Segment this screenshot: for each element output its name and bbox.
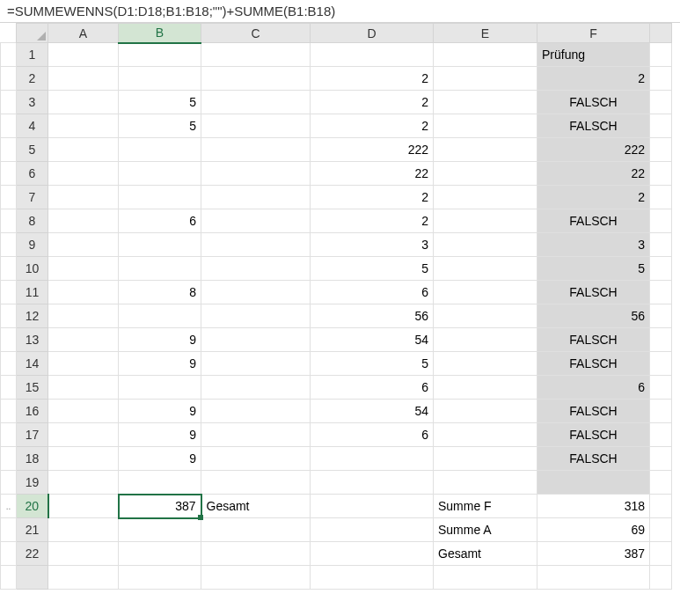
row-header-3[interactable]: 3 (17, 91, 48, 114)
cell-e16[interactable] (434, 400, 537, 423)
column-header-e[interactable]: E (434, 24, 537, 43)
cell-d9[interactable]: 3 (311, 233, 434, 257)
cell-c9[interactable] (201, 233, 311, 257)
cell-b5[interactable] (119, 138, 201, 162)
cell-extra-12[interactable] (650, 304, 672, 328)
cell-b17[interactable]: 9 (119, 423, 201, 447)
cell-b14[interactable]: 9 (119, 352, 201, 376)
column-header-c[interactable]: C (201, 24, 311, 43)
cell-c20[interactable]: Gesamt (201, 495, 311, 518)
cell-extra-22[interactable] (650, 542, 672, 566)
row-header-7[interactable]: 7 (17, 186, 48, 209)
cell-e5[interactable] (434, 138, 537, 162)
cell-f3[interactable]: FALSCH (537, 91, 650, 114)
cell-f23[interactable] (537, 566, 650, 590)
cell-f17[interactable]: FALSCH (537, 423, 650, 447)
cell-a1[interactable] (48, 43, 119, 67)
row-header-18[interactable]: 18 (17, 447, 48, 471)
cell-extra-23[interactable] (650, 566, 672, 590)
cell-e19[interactable] (434, 471, 537, 495)
cell-b1[interactable] (119, 43, 201, 67)
column-header-f[interactable]: F (537, 24, 650, 43)
cell-c14[interactable] (201, 352, 311, 376)
cell-b18[interactable]: 9 (119, 447, 201, 471)
column-header-b[interactable]: B (119, 24, 201, 43)
cell-e17[interactable] (434, 423, 537, 447)
row-header-21[interactable]: 21 (17, 518, 48, 542)
cell-f7[interactable]: 2 (537, 186, 650, 209)
cell-e9[interactable] (434, 233, 537, 257)
cell-f9[interactable]: 3 (537, 233, 650, 257)
cell-extra-10[interactable] (650, 257, 672, 281)
cell-f1[interactable]: Prüfung (537, 43, 650, 67)
cell-d22[interactable] (311, 542, 434, 566)
cell-d5[interactable]: 222 (311, 138, 434, 162)
cell-b7[interactable] (119, 186, 201, 209)
cell-d11[interactable]: 6 (311, 281, 434, 304)
cell-f12[interactable]: 56 (537, 304, 650, 328)
cell-e14[interactable] (434, 352, 537, 376)
spreadsheet-grid[interactable]: ABCDEF1Prüfung222352FALSCH452FALSCH52222… (0, 23, 680, 590)
cell-e22[interactable]: Gesamt (434, 542, 537, 566)
cell-e11[interactable] (434, 281, 537, 304)
cell-c19[interactable] (201, 471, 311, 495)
cell-d16[interactable]: 54 (311, 400, 434, 423)
row-header-19[interactable]: 19 (17, 471, 48, 495)
cell-extra-13[interactable] (650, 328, 672, 352)
cell-d18[interactable] (311, 447, 434, 471)
cell-a13[interactable] (48, 328, 119, 352)
cell-extra-5[interactable] (650, 138, 672, 162)
cell-b15[interactable] (119, 376, 201, 400)
cell-d15[interactable]: 6 (311, 376, 434, 400)
cell-d21[interactable] (311, 518, 434, 542)
cell-extra-1[interactable] (650, 43, 672, 67)
cell-a21[interactable] (48, 518, 119, 542)
cell-f22[interactable]: 387 (537, 542, 650, 566)
cell-c1[interactable] (201, 43, 311, 67)
row-header-22[interactable]: 22 (17, 542, 48, 566)
row-header-10[interactable]: 10 (17, 257, 48, 281)
cell-a15[interactable] (48, 376, 119, 400)
cell-a10[interactable] (48, 257, 119, 281)
cell-a4[interactable] (48, 114, 119, 138)
cell-e6[interactable] (434, 162, 537, 186)
cell-a5[interactable] (48, 138, 119, 162)
cell-d10[interactable]: 5 (311, 257, 434, 281)
cell-f14[interactable]: FALSCH (537, 352, 650, 376)
cell-f15[interactable]: 6 (537, 376, 650, 400)
cell-d19[interactable] (311, 471, 434, 495)
row-header-9[interactable]: 9 (17, 233, 48, 257)
cell-d1[interactable] (311, 43, 434, 67)
cell-c23[interactable] (201, 566, 311, 590)
row-header-4[interactable]: 4 (17, 114, 48, 138)
cell-a2[interactable] (48, 67, 119, 91)
cell-extra-18[interactable] (650, 447, 672, 471)
column-header-extra[interactable] (650, 24, 672, 43)
cell-extra-20[interactable] (650, 495, 672, 518)
cell-b21[interactable] (119, 518, 201, 542)
cell-e1[interactable] (434, 43, 537, 67)
cell-extra-17[interactable] (650, 423, 672, 447)
cell-c6[interactable] (201, 162, 311, 186)
cell-a8[interactable] (48, 209, 119, 233)
cell-extra-21[interactable] (650, 518, 672, 542)
cell-c17[interactable] (201, 423, 311, 447)
cell-f16[interactable]: FALSCH (537, 400, 650, 423)
cell-d23[interactable] (311, 566, 434, 590)
cell-b23[interactable] (119, 566, 201, 590)
cell-e23[interactable] (434, 566, 537, 590)
cell-b19[interactable] (119, 471, 201, 495)
cell-b12[interactable] (119, 304, 201, 328)
cell-d13[interactable]: 54 (311, 328, 434, 352)
row-header-20[interactable]: 20 (17, 495, 48, 518)
cell-extra-3[interactable] (650, 91, 672, 114)
cell-c8[interactable] (201, 209, 311, 233)
cell-a7[interactable] (48, 186, 119, 209)
cell-extra-11[interactable] (650, 281, 672, 304)
cell-a11[interactable] (48, 281, 119, 304)
cell-f21[interactable]: 69 (537, 518, 650, 542)
cell-e2[interactable] (434, 67, 537, 91)
cell-a19[interactable] (48, 471, 119, 495)
column-header-d[interactable]: D (311, 24, 434, 43)
cell-e20[interactable]: Summe F (434, 495, 537, 518)
